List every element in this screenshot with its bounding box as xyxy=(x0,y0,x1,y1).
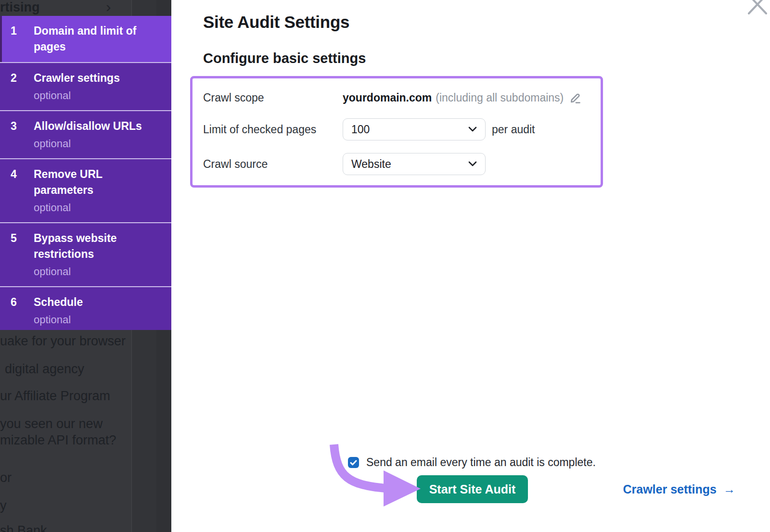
edit-pencil-icon[interactable] xyxy=(568,91,582,104)
section-heading: Configure basic settings xyxy=(203,51,366,66)
email-notification-checkbox[interactable] xyxy=(348,457,359,468)
site-audit-settings-screen: rtising › uake for your browser digital … xyxy=(0,0,770,532)
crawler-settings-link[interactable]: Crawler settings → xyxy=(623,482,735,496)
step-remove-url-parameters[interactable]: 4 Remove URL parameters optional xyxy=(0,158,171,222)
background-text: mizable API format? xyxy=(0,433,116,448)
email-notification-label: Send an email every time an audit is com… xyxy=(366,456,596,469)
step-bypass-website-restrictions[interactable]: 5 Bypass website restrictions optional xyxy=(0,222,171,286)
step-optional-label: optional xyxy=(34,313,83,327)
step-number: 6 xyxy=(11,294,27,327)
step-number: 3 xyxy=(11,118,27,151)
step-title: Remove URL parameters xyxy=(34,166,154,198)
background-text: uake for your browser xyxy=(0,334,126,349)
email-notification-row: Send an email every time an audit is com… xyxy=(348,456,596,469)
background-text: you seen our new xyxy=(0,417,103,431)
step-allow-disallow-urls[interactable]: 3 Allow/disallow URLs optional xyxy=(0,110,171,158)
step-number: 2 xyxy=(11,70,27,103)
limit-selected-value: 100 xyxy=(351,123,370,136)
limit-of-checked-pages-select[interactable]: 100 xyxy=(343,118,486,140)
step-schedule[interactable]: 6 Schedule optional xyxy=(0,286,171,330)
basic-settings-highlight-box: Crawl scope yourdomain.com (including al… xyxy=(190,76,603,188)
crawl-scope-row: Crawl scope yourdomain.com (including al… xyxy=(203,87,593,109)
chevron-down-icon xyxy=(468,125,477,134)
crawl-scope-label: Crawl scope xyxy=(203,91,343,104)
step-optional-label: optional xyxy=(34,137,142,151)
arrow-right-icon: → xyxy=(723,482,735,496)
step-optional-label: optional xyxy=(34,265,154,279)
step-number: 4 xyxy=(11,166,27,215)
per-audit-label: per audit xyxy=(492,123,535,136)
crawl-scope-note: (including all subdomains) xyxy=(436,91,564,104)
chevron-down-icon xyxy=(468,160,477,168)
crawl-source-label: Crawl source xyxy=(203,158,343,171)
chevron-right-icon: › xyxy=(106,0,111,16)
step-optional-label: optional xyxy=(34,201,154,215)
page-title: Site Audit Settings xyxy=(203,13,349,32)
crawl-source-row: Crawl source Website xyxy=(203,153,593,175)
close-icon[interactable] xyxy=(743,0,770,20)
background-text: y xyxy=(0,498,7,513)
crawl-source-select[interactable]: Website xyxy=(343,153,486,175)
limit-label: Limit of checked pages xyxy=(203,123,343,136)
background-text: digital agency xyxy=(5,362,84,377)
step-title: Allow/disallow URLs xyxy=(34,118,142,134)
limit-of-checked-pages-row: Limit of checked pages 100 per audit xyxy=(203,118,593,140)
crawl-source-selected-value: Website xyxy=(351,158,391,171)
background-text: sh Bank xyxy=(0,523,47,532)
site-audit-settings-modal: Site Audit Settings Configure basic sett… xyxy=(171,0,770,532)
crawl-scope-value: yourdomain.com xyxy=(343,91,432,104)
step-number: 1 xyxy=(11,23,27,55)
step-domain-and-limit[interactable]: 1 Domain and limit of pages xyxy=(0,16,171,62)
background-nav-item-partial: rtising xyxy=(0,0,40,15)
step-title: Crawler settings xyxy=(34,70,120,86)
wizard-steps-panel: 1 Domain and limit of pages 2 Crawler se… xyxy=(0,16,171,330)
crawler-settings-link-label: Crawler settings xyxy=(623,482,717,496)
step-title: Schedule xyxy=(34,294,83,310)
step-title: Domain and limit of pages xyxy=(34,23,154,55)
start-site-audit-button[interactable]: Start Site Audit xyxy=(417,475,528,503)
step-crawler-settings[interactable]: 2 Crawler settings optional xyxy=(0,62,171,110)
step-number: 5 xyxy=(11,230,27,279)
background-text: ur Affiliate Program xyxy=(0,389,110,404)
step-optional-label: optional xyxy=(34,89,120,103)
step-title: Bypass website restrictions xyxy=(34,230,154,262)
background-text: or xyxy=(0,470,12,485)
